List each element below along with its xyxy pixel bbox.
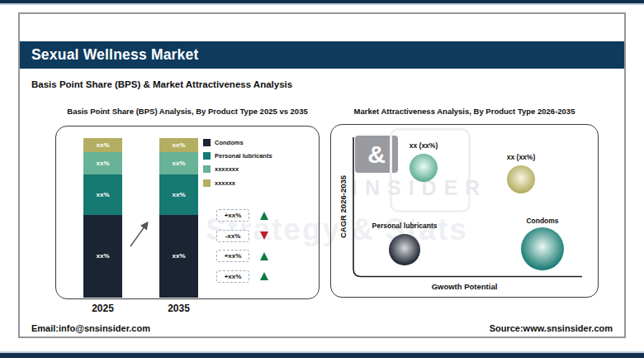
legend-label: xxxxxxx xyxy=(211,165,239,173)
bar-segment-value: xx% xyxy=(96,141,109,149)
attractiveness-chart-title: Market Attractiveness Analysis, By Produ… xyxy=(330,107,599,116)
bar-segment-value: xx% xyxy=(172,252,185,260)
footer-email: Email:info@snsinsider.com xyxy=(31,323,150,333)
legend-label: Personal lubricants xyxy=(211,152,272,160)
bar-segment-value: xx% xyxy=(96,191,109,198)
triangle-down-icon xyxy=(260,232,268,240)
change-row: -xx% xyxy=(216,230,268,242)
report-card: & INSIDER Strategy & Stats Sexual Wellne… xyxy=(18,12,626,338)
bps-chart-title: Basis Point Share (BPS) Analysis, By Pro… xyxy=(55,107,320,116)
bar-segment-value: xx% xyxy=(172,160,185,167)
bubble-label: Personal lubricants xyxy=(372,222,438,230)
legend-swatch xyxy=(203,165,211,173)
stacked-bar-2035: xx%xx%xx%xx% xyxy=(159,138,198,298)
bar-segment-condoms: xx% xyxy=(159,215,198,298)
change-value-box: +xx% xyxy=(216,209,249,222)
top-accent-line xyxy=(0,3,644,5)
bubble-personal-lubricants xyxy=(389,234,420,265)
legend-label: Condoms xyxy=(211,139,244,146)
attractiveness-chart-panel: CAGR 2026-2035 Gwowth Potential xx (xx%)… xyxy=(330,124,599,298)
bubble-label: xx (xx%) xyxy=(507,153,536,161)
legend-swatch xyxy=(203,179,211,187)
bar-segment-value: xx% xyxy=(96,252,109,260)
y-axis-label: CAGR 2026-2035 xyxy=(339,175,348,238)
bar-segment-value: xx% xyxy=(96,160,109,167)
bubble-xx-xx- xyxy=(507,165,535,193)
bar-segment-xxxxxx: xx% xyxy=(159,138,198,152)
change-value: +xx% xyxy=(225,252,242,260)
bar-segment-xxxxxx: xx% xyxy=(83,138,122,152)
change-value: +xx% xyxy=(225,212,242,219)
triangle-up-icon xyxy=(260,252,268,260)
bar-segment-personal-lubricants: xx% xyxy=(83,174,122,214)
axes-lines xyxy=(331,125,599,298)
x-axis-label: Gwowth Potential xyxy=(331,282,598,291)
legend: CondomsPersonal lubricantsxxxxxxxxxxxxx xyxy=(203,139,272,193)
change-value-box: +xx% xyxy=(216,250,249,262)
bps-change-indicators: +xx%-xx%+xx%+xx% xyxy=(216,209,268,290)
title-bar: Sexual Wellness Market xyxy=(20,41,624,69)
legend-item: xxxxxx xyxy=(203,179,272,187)
bubble-condoms xyxy=(521,227,564,270)
bar-segment-xxxxxxx: xx% xyxy=(159,152,198,174)
change-value-box: -xx% xyxy=(216,230,249,242)
bar-segment-value: xx% xyxy=(172,191,185,198)
legend-label: xxxxxx xyxy=(211,179,235,187)
legend-swatch xyxy=(203,152,211,160)
triangle-up-icon xyxy=(260,272,268,280)
change-row: +xx% xyxy=(216,209,268,222)
legend-swatch xyxy=(203,139,211,146)
legend-item: xxxxxxx xyxy=(203,165,272,173)
legend-item: Condoms xyxy=(203,139,272,146)
bottom-navy-bar xyxy=(0,353,644,358)
year-label: 2025 xyxy=(75,303,130,314)
footer-source: Source:www.snsinsider.com xyxy=(490,323,613,333)
bubble-label: Condoms xyxy=(526,217,558,225)
change-value-box: +xx% xyxy=(216,270,249,283)
bar-segment-personal-lubricants: xx% xyxy=(159,174,198,214)
bar-segment-xxxxxxx: xx% xyxy=(83,152,122,174)
bar-segment-value: xx% xyxy=(172,141,185,149)
change-value: +xx% xyxy=(225,273,242,280)
bubble-label: xx (xx%) xyxy=(410,141,438,150)
change-row: +xx% xyxy=(216,270,268,283)
subtitle: Basis Point Share (BPS) & Market Attract… xyxy=(31,79,292,89)
legend-item: Personal lubricants xyxy=(203,152,272,160)
change-row: +xx% xyxy=(216,250,268,262)
bubble-xx-xx- xyxy=(410,154,438,182)
year-label: 2035 xyxy=(151,303,206,314)
triangle-up-icon xyxy=(260,212,268,220)
page-title: Sexual Wellness Market xyxy=(20,41,624,69)
stacked-bar-2025: xx%xx%xx%xx% xyxy=(83,138,122,298)
growth-arrow-icon xyxy=(124,216,157,252)
bar-segment-condoms: xx% xyxy=(83,215,122,298)
change-value: -xx% xyxy=(225,232,241,240)
